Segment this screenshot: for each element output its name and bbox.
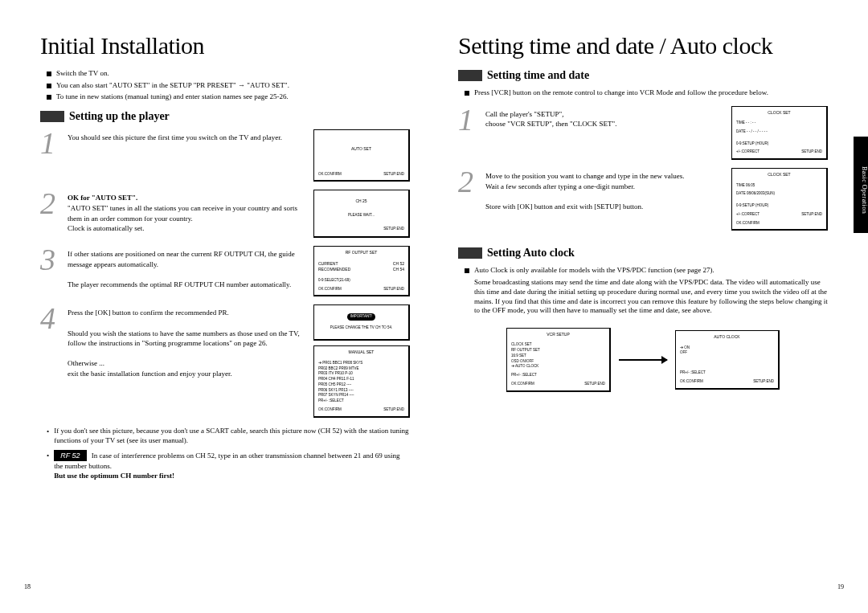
osd-foot-left: OK:CONFIRM	[511, 382, 534, 387]
osd-foot-left: OK:CONFIRM	[680, 379, 703, 385]
section-title: Setting time and date	[487, 69, 589, 82]
step-1: 1 You should see this picture the first …	[40, 129, 410, 182]
osd-value: CH 54	[393, 267, 404, 273]
section-bar-icon	[458, 247, 482, 259]
intro-bullet: Switch the TV on.	[47, 69, 410, 79]
osd-label: RECOMMENDED	[318, 267, 350, 273]
osd-time: TIME - - : - -	[736, 121, 822, 126]
step-line: If other stations are positioned on near…	[68, 250, 295, 268]
side-tab-basic-operation: Basic Operation	[854, 137, 868, 233]
section-header-time: Setting time and date	[458, 69, 828, 82]
notes-section: • If you don't see this picture, because…	[47, 426, 410, 481]
osd-container: AUTO SET OK:CONFIRMSETUP:END	[313, 129, 410, 182]
step-number: 2	[458, 168, 485, 231]
step-line: Call the player's "SETUP",	[485, 110, 563, 118]
step-line: exit the basic installation function and…	[68, 370, 232, 378]
flow-diagram: VCR SETUP CLOCK SET RF OUTPUT SET 16:9 S…	[458, 328, 828, 392]
section-title: Setting up the player	[69, 110, 170, 123]
osd-foot-mid: PR+/- :SELECT	[511, 373, 605, 378]
note-text: If you don't see this picture, because y…	[54, 426, 410, 445]
step-3: 3 If other stations are positioned on ne…	[40, 246, 410, 296]
osd-foot-right: SETUP:END	[383, 172, 404, 178]
important-badge: IMPORTANT!	[347, 313, 375, 321]
osd-foot-right: SETUP:END	[383, 227, 404, 232]
osd-foot-mid: PR+/- :SELECT	[318, 398, 404, 404]
square-bullet-icon	[47, 84, 51, 88]
osd-auto-set: AUTO SET OK:CONFIRMSETUP:END	[313, 129, 410, 182]
osd-foot-right: SETUP:END	[383, 407, 404, 413]
osd-foot-left: +/-:CORRECT	[736, 149, 760, 155]
step-2: 2 OK for "AUTO SET". "AUTO SET" tunes in…	[40, 190, 410, 238]
step-r1: 1 Call the player's "SETUP", choose "VCR…	[458, 106, 828, 161]
section-bar-icon	[458, 70, 482, 81]
step-text: If other stations are positioned on near…	[68, 246, 313, 296]
page-spread: Initial Installation Switch the TV on. Y…	[0, 0, 868, 613]
osd-time: TIME 06:05	[736, 183, 822, 189]
step-line: Otherwise ...	[68, 359, 104, 367]
osd-foot-right: SETUP:END	[383, 287, 404, 292]
page-19: Setting time and date / Auto clock Setti…	[434, 0, 868, 613]
osd-row: PR02 BBC2 PR09 MTVE	[318, 366, 404, 372]
square-bullet-icon	[47, 95, 51, 100]
intro-text: You can also start "AUTO SET" in the SET…	[56, 81, 289, 91]
osd-foot-right: SETUP:END	[801, 149, 822, 155]
osd-foot-mid: 0-9:SETUP (HOUR)	[736, 203, 822, 209]
intro-bullet: Auto Clock is only available for models …	[465, 266, 828, 276]
osd-date: DATE - - / - - / - - - -	[736, 129, 822, 135]
osd-row: PR07 SKYN PR14 ----	[318, 393, 404, 398]
section-title: Setting Auto clock	[487, 247, 575, 260]
osd-wait: PLEASE WAIT...	[318, 213, 404, 219]
step-number: 3	[40, 246, 68, 296]
step-line: "AUTO SET" tunes in all the stations you…	[68, 204, 297, 223]
osd-rf-output: RF OUTPUT SET CURRENTCH 52 RECOMMENDEDCH…	[313, 246, 410, 296]
osd-row: ➔ ON	[680, 345, 774, 351]
page-title-right: Setting time and date / Auto clock	[458, 32, 828, 59]
bullet-dot-icon: •	[47, 451, 49, 460]
note-text-inner: In case of interference problems on CH 5…	[54, 452, 399, 470]
note-text: RF 52 In case of interference problems o…	[54, 450, 410, 480]
osd-row: ➔ PR01 BBC1 PR08 SKYS	[318, 361, 404, 366]
page-number-right: 19	[837, 583, 844, 591]
osd-clock-set-blank: CLOCK SET TIME - - : - - DATE - - / - - …	[731, 106, 828, 161]
osd-foot-left: OK:CONFIRM	[318, 287, 342, 292]
osd-clock-set-filled: CLOCK SET TIME 06:05 DATE 08/06/2003(SUN…	[731, 168, 828, 231]
osd-title: MANUAL SET	[318, 349, 404, 356]
osd-title: RF OUTPUT SET	[318, 250, 404, 256]
intro-right: Press [VCR] button on the remote control…	[465, 88, 828, 98]
intro-text: To tune in new stations (manual tuning) …	[56, 92, 289, 102]
step-number: 1	[458, 106, 485, 161]
osd-ch: CH 25	[318, 198, 404, 205]
osd-row: OSD ON/OFF	[511, 359, 605, 365]
osd-title: AUTO SET	[318, 146, 404, 153]
step-text: Call the player's "SETUP", choose "VCR S…	[485, 106, 731, 161]
page-number-left: 18	[24, 583, 31, 591]
section-bar-icon	[40, 111, 64, 122]
osd-important: IMPORTANT! PLEASE CHANGE THE TV CH TO 54…	[313, 304, 410, 341]
osd-row: OFF	[680, 350, 774, 356]
osd-auto-clock: AUTO CLOCK ➔ ON OFF PR+/- :SELECT OK:CON…	[675, 330, 780, 390]
osd-row: PR06 SKY1 PR13 ----	[318, 388, 404, 394]
osd-container: CLOCK SET TIME - - : - - DATE - - / - - …	[731, 106, 828, 161]
section-header-autoclock: Setting Auto clock	[458, 247, 828, 260]
osd-manual-set: MANUAL SET ➔ PR01 BBC1 PR08 SKYS PR02 BB…	[313, 345, 410, 417]
step-text: You should see this picture the first ti…	[68, 129, 313, 182]
page-title-left: Initial Installation	[40, 32, 410, 59]
step-text: Press the [OK] button to confirm the rec…	[68, 304, 313, 417]
osd-foot-left: OK:CONFIRM	[318, 407, 342, 413]
note-bullet: • RF 52 In case of interference problems…	[47, 450, 410, 480]
step-line: Press the [OK] button to confirm the rec…	[68, 309, 229, 317]
step-line: Wait a few seconds after typing a one-di…	[485, 182, 635, 190]
square-bullet-icon	[465, 268, 469, 273]
note-bullet: • If you don't see this picture, because…	[47, 426, 410, 445]
osd-container: CLOCK SET TIME 06:05 DATE 08/06/2003(SUN…	[731, 168, 828, 231]
intro-text: Press [VCR] button on the remote control…	[474, 88, 768, 98]
intro-para: Some broadcasting stations may send the …	[474, 278, 828, 316]
osd-ch-wait: CH 25 PLEASE WAIT... SETUP:END	[313, 190, 410, 238]
osd-foot-mid: PR+/- :SELECT	[680, 370, 774, 376]
intro-text: Switch the TV on.	[56, 69, 109, 79]
intro-left: Switch the TV on. You can also start "AU…	[47, 69, 410, 102]
osd-row: RF OUTPUT SET	[511, 348, 605, 353]
osd-value: CH 52	[393, 261, 404, 268]
intro-bullet: Press [VCR] button on the remote control…	[465, 88, 828, 98]
osd-container: CH 25 PLEASE WAIT... SETUP:END	[313, 190, 410, 238]
